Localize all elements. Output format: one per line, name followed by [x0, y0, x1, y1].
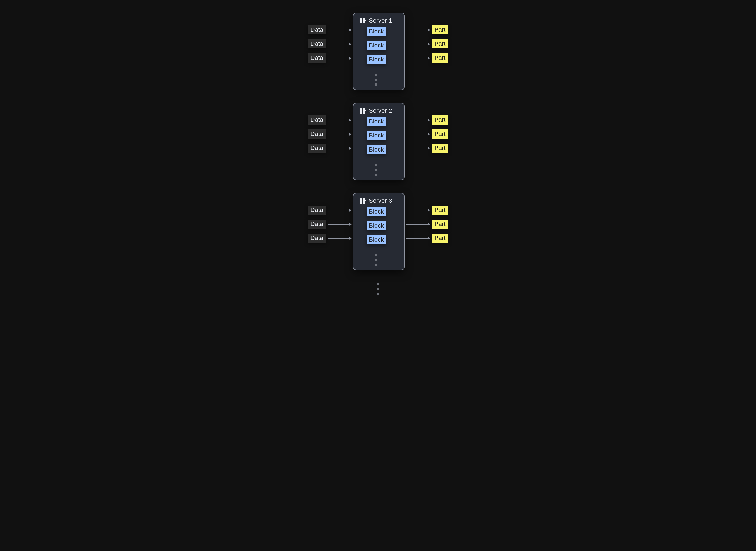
- block-box: Block: [367, 41, 386, 50]
- part-box: Part: [432, 115, 448, 124]
- arrow-icon: [406, 134, 430, 134]
- data-box: Data: [308, 53, 326, 63]
- arrow-icon: [406, 120, 430, 120]
- svg-rect-0: [360, 18, 361, 23]
- server-bars-icon: [360, 198, 366, 203]
- arrow-icon: [406, 44, 430, 44]
- block-box: Block: [367, 131, 386, 140]
- data-box: Data: [308, 25, 326, 34]
- server-cluster: Data Data Data Server-1 Block Block Blo: [308, 13, 448, 90]
- arrow-icon: [406, 148, 430, 148]
- block-box: Block: [367, 145, 386, 154]
- server-cluster: Data Data Data Server-3 Block Block Blo: [308, 193, 448, 270]
- block-box: Block: [367, 235, 386, 244]
- data-box: Data: [308, 233, 326, 243]
- server-title: Server-1: [369, 17, 392, 24]
- vertical-ellipsis-icon: [375, 254, 377, 266]
- data-box: Data: [308, 205, 326, 214]
- svg-rect-1: [361, 18, 362, 23]
- block-box: Block: [367, 221, 386, 230]
- vertical-ellipsis-icon: [377, 283, 379, 295]
- arrow-icon: [328, 30, 351, 30]
- arrow-icon: [328, 120, 351, 120]
- arrow-icon: [328, 134, 351, 134]
- part-box: Part: [432, 219, 448, 229]
- block-box: Block: [367, 117, 386, 126]
- block-box: Block: [367, 55, 386, 64]
- arrow-icon: [328, 210, 351, 210]
- svg-rect-6: [361, 108, 362, 113]
- part-box: Part: [432, 233, 448, 243]
- vertical-ellipsis-icon: [375, 74, 377, 86]
- data-box: Data: [308, 129, 326, 138]
- svg-rect-3: [364, 18, 365, 23]
- svg-rect-5: [360, 108, 361, 113]
- arrow-icon: [328, 58, 351, 58]
- data-box: Data: [308, 143, 326, 153]
- server-card: Server-2 Block Block Block: [353, 103, 405, 180]
- svg-rect-13: [364, 198, 365, 203]
- arrow-icon: [406, 238, 430, 238]
- server-bars-icon: [360, 108, 366, 113]
- arrow-icon: [328, 238, 351, 238]
- server-card: Server-1 Block Block Block: [353, 13, 405, 90]
- data-box: Data: [308, 115, 326, 124]
- svg-rect-10: [360, 198, 361, 203]
- svg-rect-11: [361, 198, 362, 203]
- diagram-canvas: Data Data Data Server-1 Block Block Blo: [0, 0, 756, 306]
- arrow-icon: [328, 44, 351, 44]
- svg-rect-4: [365, 20, 366, 21]
- arrow-icon: [406, 210, 430, 210]
- data-box: Data: [308, 219, 326, 229]
- svg-rect-9: [365, 110, 366, 111]
- part-box: Part: [432, 25, 448, 34]
- svg-rect-8: [364, 108, 365, 113]
- arrow-icon: [406, 58, 430, 58]
- part-box: Part: [432, 143, 448, 153]
- arrow-icon: [328, 148, 351, 148]
- arrow-icon: [328, 224, 351, 224]
- svg-rect-12: [363, 198, 364, 203]
- server-title: Server-3: [369, 197, 392, 204]
- server-card: Server-3 Block Block Block: [353, 193, 405, 270]
- part-box: Part: [432, 39, 448, 48]
- svg-rect-7: [363, 108, 364, 113]
- vertical-ellipsis-icon: [375, 164, 377, 176]
- server-title: Server-2: [369, 107, 392, 114]
- server-bars-icon: [360, 18, 366, 23]
- part-box: Part: [432, 53, 448, 63]
- block-box: Block: [367, 207, 386, 216]
- svg-rect-2: [363, 18, 364, 23]
- arrow-icon: [406, 30, 430, 30]
- data-box: Data: [308, 39, 326, 48]
- server-cluster: Data Data Data Server-2 Block Block Blo: [308, 103, 448, 180]
- arrow-icon: [406, 224, 430, 224]
- part-box: Part: [432, 205, 448, 214]
- part-box: Part: [432, 129, 448, 138]
- block-box: Block: [367, 27, 386, 36]
- svg-rect-14: [365, 200, 366, 201]
